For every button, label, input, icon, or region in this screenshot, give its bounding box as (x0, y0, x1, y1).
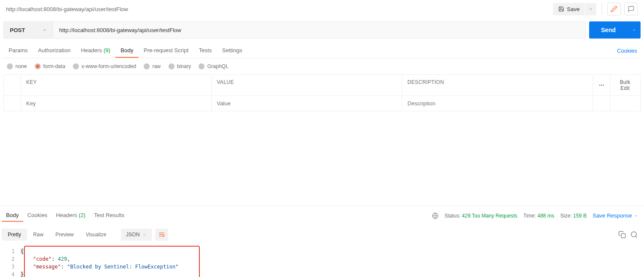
tab-authorization[interactable]: Authorization (33, 44, 76, 58)
time-label: Time: (524, 213, 536, 219)
radio-icon (199, 63, 205, 69)
send-button[interactable]: Send (589, 21, 628, 39)
tab-body[interactable]: Body (115, 44, 138, 58)
response-body-code[interactable]: 1{ 2 "code": 429, 3 "message": "Blocked … (3, 246, 641, 277)
tab-tests[interactable]: Tests (194, 44, 217, 58)
globe-icon[interactable] (432, 212, 439, 219)
divider (602, 3, 602, 15)
copy-icon[interactable] (618, 231, 626, 238)
comments-button[interactable] (624, 3, 638, 15)
edit-button[interactable] (607, 3, 621, 15)
more-horizontal-icon (599, 82, 605, 88)
radio-icon (144, 63, 150, 69)
url-input[interactable] (53, 21, 586, 39)
format-value: JSON (126, 232, 140, 238)
tab-headers-count: (9) (103, 47, 110, 54)
chevron-down-icon (589, 7, 593, 11)
body-type-graphql[interactable]: GraphQL (199, 63, 228, 69)
body-type-none[interactable]: none (7, 63, 27, 69)
save-icon (558, 6, 564, 12)
svg-point-0 (599, 85, 600, 86)
svg-point-2 (602, 85, 603, 86)
tab-settings[interactable]: Settings (217, 44, 247, 58)
view-visualize[interactable]: Visualize (80, 229, 112, 241)
wrap-lines-button[interactable] (155, 229, 168, 241)
size-label: Size: (560, 213, 572, 219)
body-type-raw[interactable]: raw (144, 63, 160, 69)
view-raw[interactable]: Raw (27, 229, 49, 241)
svg-line-9 (635, 236, 637, 237)
request-title: http://localhost:8008/bi-gateway/api/use… (6, 6, 553, 12)
pencil-icon (611, 6, 617, 12)
comment-icon (628, 6, 635, 12)
status-value: 429 Too Many Requests (462, 213, 517, 219)
svg-point-1 (601, 85, 602, 86)
wrap-icon (158, 231, 165, 238)
body-type-urlencoded[interactable]: x-www-form-urlencoded (73, 63, 136, 69)
response-tab-test-results[interactable]: Test Results (90, 209, 129, 222)
tab-headers[interactable]: Headers (9) (76, 44, 116, 58)
svg-rect-7 (621, 234, 626, 238)
radio-icon (7, 63, 13, 69)
response-tab-headers-label: Headers (56, 212, 77, 218)
view-pretty[interactable]: Pretty (2, 229, 27, 241)
chevron-down-icon (634, 214, 638, 218)
body-type-form-data[interactable]: form-data (35, 63, 65, 69)
radio-icon (73, 63, 79, 69)
col-key: KEY (21, 75, 212, 95)
col-options-button[interactable] (593, 75, 610, 95)
status-label: Status: (445, 213, 460, 219)
body-type-binary[interactable]: binary (169, 63, 191, 69)
save-label: Save (567, 6, 580, 12)
radio-icon (169, 63, 175, 69)
response-tab-headers-count: (2) (78, 212, 85, 218)
radio-icon (35, 63, 41, 69)
save-dropdown-button[interactable] (585, 3, 596, 15)
key-input[interactable] (26, 100, 206, 107)
description-input[interactable] (407, 100, 587, 107)
bulk-edit-button[interactable]: Bulk Edit (610, 75, 640, 95)
col-value: VALUE (212, 75, 403, 95)
chevron-down-icon (632, 28, 636, 32)
tab-headers-label: Headers (81, 47, 102, 54)
tab-prerequest[interactable]: Pre-request Script (138, 44, 194, 58)
view-preview[interactable]: Preview (49, 229, 80, 241)
save-response-button[interactable]: Save Response (593, 212, 638, 219)
col-description: DESCRIPTION (402, 75, 593, 95)
tab-params[interactable]: Params (3, 44, 33, 58)
chevron-down-icon (142, 232, 147, 237)
response-tab-body[interactable]: Body (2, 209, 23, 222)
response-tab-headers[interactable]: Headers (2) (52, 209, 90, 222)
svg-point-8 (631, 232, 636, 237)
value-input[interactable] (217, 100, 397, 107)
time-value: 488 ms (537, 213, 554, 219)
format-select[interactable]: JSON (121, 229, 152, 241)
cookies-link[interactable]: Cookies (617, 48, 641, 54)
save-button[interactable]: Save (553, 3, 585, 15)
response-tab-cookies[interactable]: Cookies (23, 209, 52, 222)
method-value: POST (10, 27, 25, 33)
form-data-table: KEY VALUE DESCRIPTION Bulk Edit (3, 74, 641, 111)
method-select[interactable]: POST (3, 21, 53, 39)
search-icon[interactable] (630, 231, 638, 238)
size-value: 159 B (573, 213, 587, 219)
chevron-down-icon (42, 28, 47, 32)
send-dropdown-button[interactable] (628, 21, 641, 39)
